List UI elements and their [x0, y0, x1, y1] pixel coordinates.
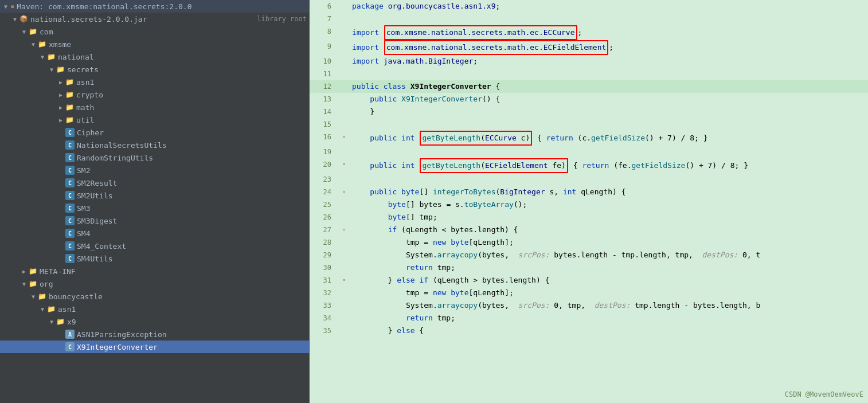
- folder-meta-inf[interactable]: ▶ 📁 META-INF: [0, 265, 309, 277]
- line-number: 30: [310, 261, 338, 274]
- line-content: byte[] tmp;: [350, 211, 868, 224]
- line-content: [350, 118, 868, 131]
- class-sm2[interactable]: C SM2: [0, 164, 309, 177]
- line-content: public int getByteLength(ECFieldElement …: [350, 158, 868, 173]
- math-label: math: [76, 103, 307, 112]
- line-number: 20: [310, 158, 338, 171]
- folder-asn1-secrets[interactable]: ▶ 📁 asn1: [0, 76, 309, 88]
- line-number: 33: [310, 299, 338, 312]
- asn1bc-chevron: ▼: [39, 306, 46, 312]
- line-content: import java.math.BigInteger;: [350, 55, 868, 68]
- jar-item[interactable]: ▼ 📦 national.secrets-2.0.0.jar library r…: [0, 13, 309, 25]
- code-line-13: 13 public X9IntegerConverter() {: [310, 93, 868, 105]
- folder-icon: 📁: [38, 40, 46, 48]
- class-sm4[interactable]: C SM4: [0, 227, 309, 240]
- line-content: [350, 68, 868, 80]
- class-c-icon: C: [65, 191, 75, 200]
- line-content: return tmp;: [350, 261, 868, 274]
- xmsme-chevron: ▼: [30, 41, 37, 48]
- line-number: 25: [310, 198, 338, 211]
- folder-icon: 📁: [65, 91, 74, 99]
- folder-bouncycastle[interactable]: ▼ 📁 bouncycastle: [0, 290, 309, 303]
- class-c-icon: C: [65, 140, 75, 150]
- secrets-label: secrets: [67, 65, 307, 74]
- class-sm4context[interactable]: C SM4_Context: [0, 240, 309, 252]
- com-label: com: [40, 28, 307, 36]
- line-number: 8: [310, 25, 338, 38]
- xmsme-label: xmsme: [49, 40, 307, 49]
- folder-math[interactable]: ▶ 📁 math: [0, 101, 309, 114]
- folder-org[interactable]: ▼ 📁 org: [0, 277, 309, 290]
- jar-suffix: library root: [257, 15, 307, 23]
- x9ic-label: X9IntegerConverter: [77, 343, 307, 351]
- folder-national[interactable]: ▼ 📁 national: [0, 50, 309, 63]
- folder-x9[interactable]: ▼ 📁 x9: [0, 315, 309, 328]
- line-content: } else {: [350, 324, 868, 337]
- line-content: public X9IntegerConverter() {: [350, 93, 868, 105]
- line-number: 6: [310, 0, 338, 13]
- code-line-15: 15: [310, 118, 868, 131]
- line-content: System.arraycopy(bytes, srcPos: bytes.le…: [350, 249, 868, 261]
- line-content: return tmp;: [350, 312, 868, 324]
- line-content: }: [350, 105, 868, 118]
- class-c-icon: C: [65, 216, 75, 225]
- folder-asn1-bc[interactable]: ▼ 📁 asn1: [0, 303, 309, 315]
- class-x9integer-converter[interactable]: C X9IntegerConverter: [0, 341, 309, 353]
- asn1-label: asn1: [76, 78, 307, 87]
- import-redbox-1: com.xmsme.national.secrets.math.ec.ECCur…: [384, 25, 577, 40]
- class-national-secrets-utils[interactable]: C NationalSecretsUtils: [0, 139, 309, 151]
- maven-root-item[interactable]: ▼ ▪ Maven: com.xmsme:national.secrets:2.…: [0, 0, 309, 13]
- folder-com[interactable]: ▼ 📁 com: [0, 25, 309, 38]
- line-gutter: ⚬: [338, 158, 350, 171]
- line-content: tmp = new byte[qLength];: [350, 236, 868, 249]
- code-line-23: 23: [310, 173, 868, 186]
- line-number: 27: [310, 224, 338, 236]
- class-cipher[interactable]: C Cipher: [0, 126, 309, 139]
- code-content: 6 package org.bouncycastle.asn1.x9; 7 8 …: [310, 0, 868, 337]
- line-number: 13: [310, 93, 338, 105]
- line-number: 16: [310, 131, 338, 143]
- line-gutter: ⚬: [338, 186, 350, 198]
- class-sm2utils[interactable]: C SM2Utils: [0, 189, 309, 202]
- code-line-35: 35 } else {: [310, 324, 868, 337]
- asn1bc-label: asn1: [58, 305, 307, 314]
- class-asn1parsing-exception[interactable]: A ASN1ParsingException: [0, 328, 309, 341]
- code-line-10: 10 import java.math.BigInteger;: [310, 55, 868, 68]
- org-label: org: [40, 280, 307, 288]
- folder-secrets[interactable]: ▼ 📁 secrets: [0, 63, 309, 76]
- folder-icon: 📁: [56, 65, 65, 73]
- class-c-icon: C: [65, 204, 75, 213]
- line-content: import com.xmsme.national.secrets.math.e…: [350, 40, 868, 55]
- class-sm4utils[interactable]: C SM4Utils: [0, 252, 309, 265]
- sm2utils-label: SM2Utils: [77, 191, 307, 200]
- x9-label: x9: [67, 318, 307, 326]
- class-c-icon: C: [65, 241, 75, 251]
- asn1-chevron: ▶: [57, 79, 64, 85]
- folder-xmsme[interactable]: ▼ 📁 xmsme: [0, 38, 309, 50]
- line-number: 10: [310, 55, 338, 68]
- util-label: util: [76, 116, 307, 124]
- class-c-icon: C: [65, 166, 75, 175]
- code-line-34: 34 return tmp;: [310, 312, 868, 324]
- util-chevron: ▶: [57, 117, 64, 123]
- folder-icon: 📁: [29, 280, 37, 288]
- code-line-31: 31 ⚬ } else if (qLength > bytes.length) …: [310, 274, 868, 287]
- class-a-icon: A: [65, 330, 75, 339]
- sm3-label: SM3: [77, 204, 307, 213]
- class-random-string-utils[interactable]: C RandomStringUtils: [0, 151, 309, 164]
- line-number: 7: [310, 13, 338, 25]
- folder-util[interactable]: ▶ 📁 util: [0, 114, 309, 126]
- class-c-icon: C: [65, 229, 75, 238]
- class-sm3[interactable]: C SM3: [0, 202, 309, 214]
- code-line-32: 32 tmp = new byte[qLength];: [310, 287, 868, 299]
- class-sm3digest[interactable]: C SM3Digest: [0, 214, 309, 227]
- rsu-label: RandomStringUtils: [77, 154, 307, 162]
- code-line-30: 30 return tmp;: [310, 261, 868, 274]
- sm3digest-label: SM3Digest: [77, 217, 307, 225]
- line-number: 12: [310, 80, 338, 93]
- class-sm2result[interactable]: C SM2Result: [0, 177, 309, 189]
- code-line-25: 25 byte[] bytes = s.toByteArray();: [310, 198, 868, 211]
- folder-crypto[interactable]: ▶ 📁 crypto: [0, 88, 309, 101]
- line-content: package org.bouncycastle.asn1.x9;: [350, 0, 868, 13]
- class-c-icon: C: [65, 128, 75, 137]
